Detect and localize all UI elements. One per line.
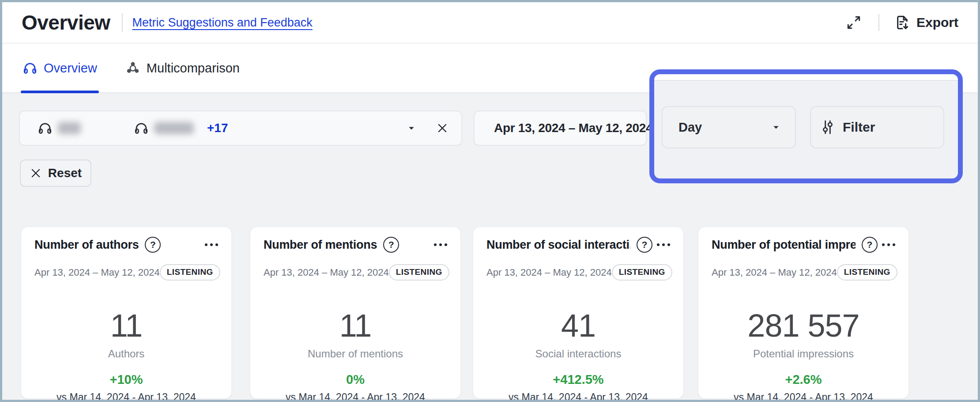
sliders-icon (819, 118, 837, 136)
listening-badge: LISTENING (612, 264, 672, 281)
metric-suggestions-link[interactable]: Metric Suggestions and Feedback (132, 16, 313, 30)
metric-value: 41 (486, 310, 670, 341)
header-actions-divider (878, 14, 879, 31)
tab-overview-label: Overview (44, 61, 97, 76)
metric-card-potential-impressions: Number of potential impre... ? Apr 13, 2… (698, 227, 909, 399)
metric-card-mentions: Number of mentions ? Apr 13, 2024 – May … (250, 227, 461, 399)
card-subheader: Apr 13, 2024 – May 12, 2024 LISTENING (34, 264, 218, 281)
expand-icon (845, 14, 862, 31)
card-title: Number of social interacti... (486, 238, 630, 252)
card-title: Number of potential impre... (712, 238, 856, 252)
header-divider (122, 13, 123, 32)
card-title: Number of mentions (264, 238, 377, 252)
export-label: Export (916, 15, 958, 30)
caret-down-icon (770, 121, 782, 133)
metric-value: 281 557 (712, 310, 895, 341)
redacted-project-name (58, 122, 81, 134)
sources-select[interactable]: +17 (19, 110, 462, 146)
filter-label: Filter (843, 120, 875, 135)
headphones-icon (38, 121, 53, 136)
listening-badge: LISTENING (389, 264, 449, 281)
page-header: Overview Metric Suggestions and Feedback… (2, 2, 978, 43)
more-menu-button[interactable] (200, 243, 218, 246)
more-menu-button[interactable] (878, 243, 895, 246)
granularity-value: Day (678, 120, 702, 135)
sources-overflow-count[interactable]: +17 (207, 121, 228, 135)
card-header: Number of social interacti... ? (486, 237, 670, 253)
reset-label: Reset (48, 166, 82, 180)
metric-label: Potential impressions (712, 348, 895, 360)
card-period: Apr 13, 2024 – May 12, 2024 (486, 267, 612, 278)
metric-compare-period: vs Mar 14, 2024 - Apr 13, 2024 (712, 391, 895, 402)
overview-dashboard: Overview Metric Suggestions and Feedback… (0, 0, 980, 402)
export-button[interactable]: Export (893, 14, 958, 31)
metric-card-social-interactions: Number of social interacti... ? Apr 13, … (473, 227, 684, 399)
multicomparison-icon (125, 61, 140, 76)
caret-down-icon[interactable] (406, 122, 417, 134)
highlight-annotation-box: Day Filter (649, 69, 963, 183)
filter-button[interactable]: Filter (810, 106, 944, 148)
more-menu-button[interactable] (430, 243, 447, 246)
card-period: Apr 13, 2024 – May 12, 2024 (712, 267, 837, 278)
listening-badge: LISTENING (160, 264, 220, 281)
metric-change: +412.5% (486, 372, 670, 387)
metric-change: +10% (34, 372, 218, 387)
card-header: Number of potential impre... ? (712, 237, 895, 253)
help-icon[interactable]: ? (862, 237, 878, 253)
help-icon[interactable]: ? (383, 237, 399, 253)
metric-compare-period: vs Mar 14, 2024 - Apr 13, 2024 (34, 391, 218, 402)
reset-x-icon (30, 167, 42, 179)
page-title: Overview (22, 11, 110, 34)
metric-label: Authors (34, 348, 218, 360)
clear-sources-icon[interactable] (436, 121, 449, 135)
metric-label: Social interactions (486, 348, 670, 360)
sources-select-controls (406, 121, 449, 135)
expand-button[interactable] (843, 12, 864, 33)
card-subheader: Apr 13, 2024 – May 12, 2024 LISTENING (486, 264, 670, 281)
headphones-icon (134, 121, 149, 136)
metric-change: +2.6% (712, 372, 895, 387)
card-header: Number of mentions ? (264, 237, 447, 253)
listening-badge: LISTENING (837, 264, 897, 281)
metric-compare-period: vs Mar 14, 2024 - Apr 13, 2024 (486, 391, 670, 402)
granularity-dropdown[interactable]: Day (662, 106, 796, 148)
card-period: Apr 13, 2024 – May 12, 2024 (34, 267, 160, 278)
card-subheader: Apr 13, 2024 – May 12, 2024 LISTENING (712, 264, 895, 281)
card-period: Apr 13, 2024 – May 12, 2024 (264, 267, 389, 278)
card-title: Number of authors (34, 238, 139, 252)
card-subheader: Apr 13, 2024 – May 12, 2024 LISTENING (264, 264, 447, 281)
highlight-box-top-strip (654, 74, 958, 81)
card-header: Number of authors ? (34, 237, 218, 253)
more-menu-button[interactable] (652, 243, 670, 246)
tab-overview[interactable]: Overview (23, 44, 97, 92)
metric-label: Number of mentions (264, 348, 447, 360)
date-range-value: Apr 13, 2024 – May 12, 2024 (494, 121, 652, 135)
header-actions: Export (843, 12, 958, 33)
headphones-icon (23, 61, 38, 76)
tab-multicomparison-label: Multicomparison (147, 61, 240, 76)
help-icon[interactable]: ? (145, 237, 161, 253)
metric-value: 11 (34, 310, 218, 341)
metric-value: 11 (264, 310, 447, 341)
reset-button[interactable]: Reset (20, 159, 91, 187)
tab-multicomparison[interactable]: Multicomparison (125, 44, 240, 92)
help-icon[interactable]: ? (637, 237, 652, 253)
redacted-project-name (154, 122, 194, 134)
metric-change: 0% (264, 372, 447, 387)
metric-card-authors: Number of authors ? Apr 13, 2024 – May 1… (21, 227, 232, 399)
export-icon (893, 14, 911, 31)
metric-compare-period: vs Mar 14, 2024 - Apr 13, 2024 (264, 391, 447, 402)
date-range-picker[interactable]: Apr 13, 2024 – May 12, 2024 (474, 110, 647, 146)
